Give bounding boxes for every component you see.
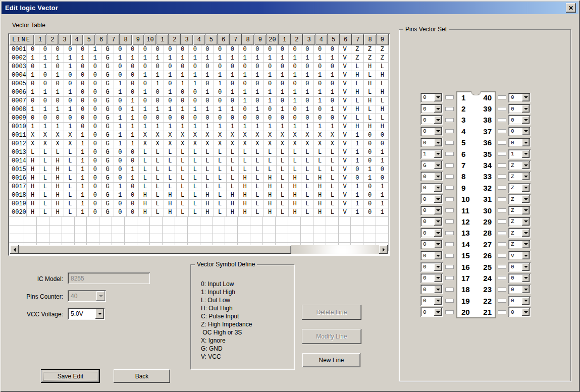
vector-cell[interactable]: 0 — [351, 174, 364, 183]
vector-cell[interactable]: L — [164, 174, 177, 183]
table-row[interactable]: 0013LLLL10G00LLLLLLLLLLLLLLLLV101 — [9, 148, 389, 157]
line-number-cell[interactable]: 0019 — [9, 200, 27, 208]
table-row[interactable]: 0003010100G000000000000000000VLHL — [9, 63, 389, 71]
vector-cell[interactable]: L — [326, 174, 339, 183]
vector-cell[interactable]: 1 — [114, 123, 127, 131]
vector-cell[interactable]: 1 — [164, 88, 177, 97]
vector-cell[interactable]: 0 — [364, 208, 377, 217]
vector-cell[interactable]: L — [301, 148, 314, 157]
vector-cell[interactable]: H — [227, 208, 239, 217]
vector-cell[interactable]: 0 — [77, 88, 89, 97]
right-pin-dropdown-button[interactable] — [522, 229, 530, 237]
vector-cell[interactable]: H — [239, 174, 251, 183]
vector-cell[interactable]: 1 — [77, 165, 89, 174]
vector-cell[interactable]: 1 — [289, 71, 301, 80]
vector-cell[interactable]: 1 — [189, 54, 201, 63]
vector-cell[interactable]: 1 — [227, 54, 239, 63]
vector-cell[interactable]: 1 — [326, 105, 339, 114]
vector-cell[interactable]: L — [264, 165, 277, 174]
vector-cell[interactable]: G — [101, 148, 114, 157]
left-pin-combo[interactable]: 0 — [420, 307, 443, 317]
vector-cell[interactable]: H — [201, 191, 214, 200]
vector-cell[interactable]: H — [27, 165, 39, 174]
vector-cell[interactable]: 1 — [239, 123, 251, 131]
table-row[interactable]: 0006111100G101010010111111111VHLH — [9, 88, 389, 97]
vector-cell[interactable]: 1 — [151, 80, 164, 88]
vector-cell[interactable]: 1 — [251, 123, 264, 131]
vector-cell[interactable]: L — [376, 80, 389, 88]
vector-cell[interactable]: L — [189, 200, 201, 208]
vector-cell[interactable]: 1 — [227, 105, 239, 114]
line-number-cell[interactable]: 0016 — [9, 174, 27, 183]
vector-cell[interactable]: 0 — [227, 114, 239, 123]
vector-cell[interactable]: H — [27, 208, 39, 217]
vector-cell[interactable]: G — [101, 88, 114, 97]
left-pin-combo[interactable]: G — [420, 160, 443, 170]
line-number-cell[interactable]: 0018 — [9, 191, 27, 200]
left-pin-dropdown-button[interactable] — [434, 263, 442, 271]
vector-cell[interactable]: 0 — [89, 208, 101, 217]
vector-cell[interactable]: 0 — [39, 97, 52, 105]
vector-cell[interactable]: 1 — [151, 71, 164, 80]
vector-cell[interactable]: L — [251, 157, 264, 165]
vector-cell[interactable]: 0 — [127, 88, 139, 97]
vector-cell[interactable]: X — [314, 131, 327, 140]
left-pin-combo[interactable]: 0 — [420, 172, 443, 181]
vector-cell[interactable]: H — [289, 183, 301, 191]
vector-cell[interactable]: 0 — [151, 88, 164, 97]
vector-cell[interactable]: 0 — [139, 114, 151, 123]
vector-cell[interactable]: L — [289, 148, 301, 157]
vector-cell[interactable]: L — [289, 157, 301, 165]
vector-cell[interactable]: H — [264, 200, 277, 208]
right-pin-combo[interactable]: 0 — [508, 262, 531, 272]
vector-cell[interactable]: 0 — [51, 97, 64, 105]
vector-cell[interactable]: V — [339, 88, 351, 97]
right-pin-dropdown-button[interactable] — [522, 263, 530, 271]
vector-cell[interactable]: 0 — [326, 45, 339, 54]
left-pin-combo[interactable]: 0 — [420, 240, 443, 249]
line-number-cell[interactable]: 0008 — [9, 105, 27, 114]
vector-cell[interactable]: X — [301, 140, 314, 148]
vector-cell[interactable]: L — [39, 208, 52, 217]
vector-cell[interactable]: G — [101, 45, 114, 54]
vector-cell[interactable]: V — [339, 54, 351, 63]
vector-cell[interactable]: 0 — [376, 165, 389, 174]
vector-cell[interactable]: 1 — [364, 174, 377, 183]
vector-cell[interactable]: 0 — [139, 97, 151, 105]
vector-cell[interactable]: H — [227, 191, 239, 200]
vector-cell[interactable]: 0 — [251, 114, 264, 123]
vector-cell[interactable]: 0 — [77, 123, 89, 131]
vector-cell[interactable]: L — [326, 183, 339, 191]
vector-cell[interactable]: L — [227, 157, 239, 165]
vector-cell[interactable]: L — [264, 148, 277, 157]
vector-cell[interactable]: L — [364, 71, 377, 80]
vector-cell[interactable]: H — [239, 191, 251, 200]
left-pin-dropdown-button[interactable] — [434, 184, 442, 192]
vector-cell[interactable]: X — [277, 140, 289, 148]
vector-cell[interactable]: V — [339, 148, 351, 157]
vector-cell[interactable]: 0 — [89, 140, 101, 148]
vector-cell[interactable]: 0 — [89, 148, 101, 157]
vector-cell[interactable]: H — [139, 191, 151, 200]
vector-cell[interactable]: 0 — [301, 97, 314, 105]
vector-cell[interactable]: 1 — [227, 71, 239, 80]
line-number-cell[interactable]: 0011 — [9, 131, 27, 140]
vector-cell[interactable]: L — [177, 208, 189, 217]
scrollbar-thumb[interactable] — [19, 245, 291, 254]
vector-cell[interactable]: L — [376, 63, 389, 71]
vector-cell[interactable]: 1 — [251, 105, 264, 114]
vector-cell[interactable]: X — [151, 140, 164, 148]
left-pin-combo[interactable]: 0 — [420, 127, 443, 136]
vector-cell[interactable]: 0 — [77, 105, 89, 114]
right-pin-dropdown-button[interactable] — [522, 218, 530, 226]
vector-cell[interactable]: 0 — [314, 45, 327, 54]
vector-cell[interactable]: X — [239, 131, 251, 140]
vector-cell[interactable]: 0 — [77, 114, 89, 123]
vector-cell[interactable]: 1 — [127, 140, 139, 148]
vector-cell[interactable]: H — [376, 123, 389, 131]
vector-cell[interactable]: 1 — [201, 105, 214, 114]
vector-cell[interactable]: 0 — [289, 80, 301, 88]
vector-cell[interactable]: 1 — [351, 191, 364, 200]
vector-cell[interactable]: L — [251, 183, 264, 191]
vector-cell[interactable]: H — [364, 97, 377, 105]
